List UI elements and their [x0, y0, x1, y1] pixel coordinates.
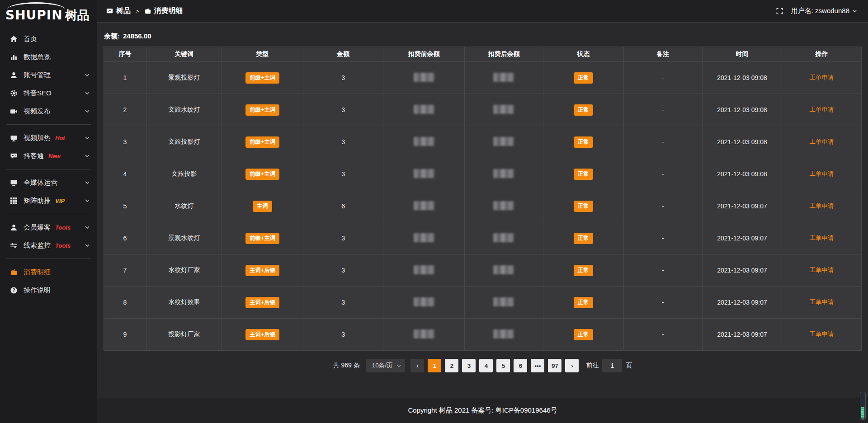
bar-chart-icon [10, 53, 18, 61]
page-button-1[interactable]: 1 [428, 359, 441, 372]
column-header-index: 序号 [104, 47, 146, 62]
sidebar-item-account[interactable]: 账号管理 [0, 66, 97, 84]
chevron-down-icon [85, 243, 90, 248]
work-order-link[interactable]: 工单申请 [809, 235, 834, 241]
cell-post_balance [464, 158, 543, 190]
column-header-keyword: 关键词 [146, 47, 222, 62]
sidebar-item-consume[interactable]: 消费明细 [0, 263, 97, 281]
work-order-link[interactable]: 工单申请 [809, 299, 834, 306]
column-header-pre_balance: 扣费前余额 [383, 47, 464, 62]
page-button-ellipsis[interactable]: ••• [531, 359, 544, 372]
sidebar-item-label: 数据总览 [24, 53, 51, 61]
page-size-select[interactable]: 10条/页 [366, 359, 406, 372]
work-order-link[interactable]: 工单申请 [809, 170, 834, 177]
work-order-link[interactable]: 工单申请 [809, 331, 834, 338]
cell-type: 前缀+主词 [222, 62, 303, 94]
user-icon [10, 71, 18, 79]
prev-page-button[interactable]: ‹ [410, 359, 424, 372]
content-area: 余额:24856.00 序号关键词类型金额扣费前余额扣费后余额状态备注时间操作 … [97, 23, 868, 398]
page-button-6[interactable]: 6 [514, 359, 527, 372]
sidebar-item-seo[interactable]: 抖音SEO [0, 84, 97, 102]
chevron-down-icon [85, 135, 90, 141]
user-menu[interactable]: 用户名: zswodun88 [791, 7, 857, 15]
question-icon: ? [10, 287, 18, 294]
masked-value [493, 297, 514, 306]
fullscreen-icon[interactable] [776, 8, 783, 14]
work-order-link[interactable]: 工单申请 [809, 138, 834, 145]
cell-remark: - [623, 222, 702, 254]
cell-type: 前缀+主词 [222, 222, 303, 254]
cell-type: 主词+后缀 [222, 287, 303, 319]
footer: Copyright 树品 2021 备案号: 粤ICP备09019646号 [97, 398, 868, 423]
video-icon [10, 108, 18, 115]
sidebar-item-label: 消费明细 [24, 268, 51, 277]
page-button-3[interactable]: 3 [462, 359, 476, 372]
cell-remark: - [623, 254, 702, 287]
username-label: 用户名: zswodun88 [791, 7, 849, 15]
cell-action: 工单申请 [782, 126, 861, 158]
cell-pre_balance [383, 254, 464, 287]
type-tag: 主词+后缀 [245, 329, 279, 340]
table-row: 8水纹灯效果主词+后缀3正常-2021-12-03 09:07工单申请 [104, 287, 862, 319]
sidebar-item-data[interactable]: 数据总览 [0, 48, 97, 66]
cell-remark: - [623, 158, 702, 190]
cell-time: 2021-12-03 09:08 [702, 62, 782, 94]
cell-keyword: 文旅投影灯 [146, 126, 222, 158]
sidebar-item-clue[interactable]: 线索监控Tools [0, 236, 97, 254]
cell-index: 9 [104, 319, 146, 351]
sidebar-item-help[interactable]: ?操作说明 [0, 281, 97, 299]
next-page-button[interactable]: › [565, 359, 579, 372]
goto-page-input[interactable] [602, 359, 622, 372]
sidebar-item-media[interactable]: 全媒体运营 [0, 174, 97, 192]
masked-value [493, 329, 514, 338]
column-header-type: 类型 [222, 47, 303, 62]
sidebar-item-badge: Tools [55, 224, 71, 231]
sidebar-item-home[interactable]: 首页 [0, 30, 97, 48]
brand-name-cn: 树品 [65, 7, 90, 24]
gear-icon [10, 89, 18, 97]
table-row: 9投影灯厂家主词+后缀3正常-2021-12-03 09:07工单申请 [104, 319, 862, 351]
page-button-97[interactable]: 97 [548, 359, 561, 372]
sidebar-item-matrix[interactable]: 矩阵助推VIP [0, 192, 97, 210]
page-button-4[interactable]: 4 [479, 359, 493, 372]
chevron-down-icon [85, 108, 90, 114]
cell-type: 前缀+主词 [222, 158, 303, 190]
page-size-value: 10条/页 [372, 362, 393, 370]
page-button-2[interactable]: 2 [445, 359, 458, 372]
masked-value [493, 73, 514, 82]
page-button-5[interactable]: 5 [496, 359, 510, 372]
cell-pre_balance [383, 158, 464, 190]
brand-name-en: SHUPIN [5, 8, 63, 23]
top-bar: 树品 > 消费明细 用户名: zswodun88 [97, 0, 868, 23]
type-tag: 前缀+主词 [245, 169, 279, 180]
sidebar-item-member[interactable]: 会员爆客Tools [0, 218, 97, 236]
table-row: 1景观投影灯前缀+主词3正常-2021-12-03 09:08工单申请 [104, 62, 862, 94]
sidebar-item-douketong[interactable]: 抖客通New [0, 147, 97, 165]
wallet-icon [10, 268, 18, 276]
masked-value [414, 105, 434, 114]
work-order-link[interactable]: 工单申请 [809, 74, 834, 81]
cell-amount: 3 [303, 126, 383, 158]
cell-amount: 3 [303, 158, 383, 190]
sidebar-item-label: 抖音SEO [24, 89, 52, 98]
cell-time: 2021-12-03 09:08 [702, 126, 782, 158]
balance-label: 余额: [104, 32, 120, 40]
work-order-link[interactable]: 工单申请 [809, 202, 834, 209]
sidebar-item-publish[interactable]: 视频发布 [0, 102, 97, 120]
cell-amount: 3 [303, 287, 383, 319]
cell-action: 工单申请 [782, 62, 861, 94]
breadcrumb-item-current: 消费明细 [154, 6, 183, 16]
sidebar-item-heat[interactable]: 视频加热Hot [0, 129, 97, 147]
work-order-link[interactable]: 工单申请 [809, 106, 834, 113]
scrollbar[interactable] [860, 392, 866, 420]
cell-pre_balance [383, 190, 464, 222]
breadcrumb-item-root[interactable]: 树品 [116, 6, 131, 16]
work-order-link[interactable]: 工单申请 [809, 267, 834, 273]
cell-pre_balance [383, 62, 464, 94]
table-body: 1景观投影灯前缀+主词3正常-2021-12-03 09:08工单申请2文旅水纹… [104, 62, 862, 351]
cell-pre_balance [383, 94, 464, 126]
cell-remark: - [623, 62, 702, 94]
cell-pre_balance [383, 126, 464, 158]
type-tag: 主词 [253, 201, 272, 212]
breadcrumb-separator: > [136, 8, 139, 14]
